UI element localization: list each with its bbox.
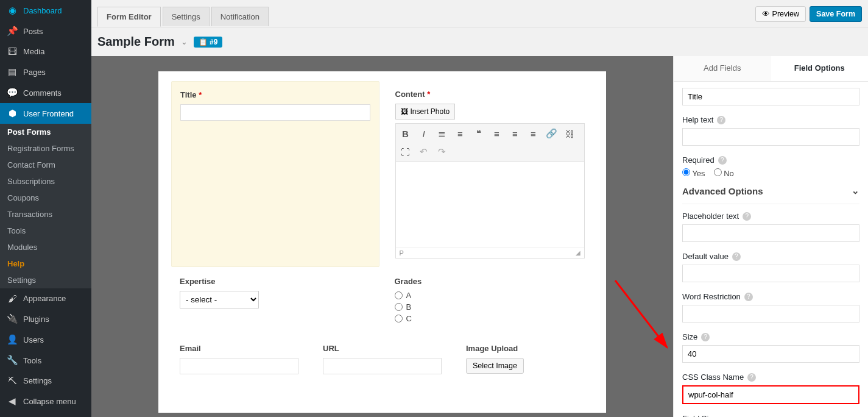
sidebar-item-media[interactable]: 🎞Media [0,41,91,62]
placeholder-label: Placeholder text? [682,212,859,221]
sidebar-item-user-frontend[interactable]: ⬢User Frontend [0,103,91,124]
submenu-transactions[interactable]: Transactions [0,206,91,223]
css-class-input[interactable] [682,385,859,404]
form-title-row: Sample Form ⌄ 📋 #9 [91,27,868,56]
help-text-input[interactable] [682,128,859,146]
form-id-badge: 📋 #9 [194,37,223,48]
chevron-down-icon: ⌄ [852,185,859,196]
help-icon: ? [732,252,741,261]
ol-icon[interactable]: ≡ [454,127,467,140]
tab-form-editor[interactable]: Form Editor [97,7,161,27]
size-input[interactable] [682,345,859,363]
align-left-icon[interactable]: ≡ [491,127,503,140]
submenu-contact-form[interactable]: Contact Form [0,157,91,173]
expertise-select[interactable]: - select - [180,291,259,308]
submenu-coupons[interactable]: Coupons [0,190,91,206]
help-icon: ? [744,293,753,301]
title-field-block[interactable]: Title * [171,81,379,267]
sidebar-item-pages[interactable]: ▤Pages [0,62,91,82]
submenu-modules[interactable]: Modules [0,239,91,255]
right-panel: Add Fields Field Options Help text? Requ… [673,56,868,417]
userfrontend-icon: ⬢ [6,108,18,119]
italic-icon[interactable]: I [418,127,430,140]
size-label: Size? [682,332,859,341]
sidebar-item-comments[interactable]: 💬Comments [0,82,91,103]
sidebar-item-tools[interactable]: 🔧Tools [0,350,91,371]
word-restriction-label: Word Restriction? [682,292,859,301]
quote-icon[interactable]: ❝ [473,127,485,140]
css-class-label: CSS Class Name? [682,372,859,382]
admin-sidebar: ◉Dashboard 📌Posts 🎞Media ▤Pages 💬Comment… [0,0,91,417]
field-label-input[interactable] [682,88,859,105]
sidebar-item-appearance[interactable]: 🖌Appearance [0,288,91,308]
image-upload-label: Image Upload [466,344,585,353]
url-field-block[interactable]: URL [323,344,442,374]
eye-icon: 👁 [762,10,770,18]
grade-b-radio[interactable] [395,303,403,311]
placeholder-input[interactable] [682,224,859,242]
sidebar-item-settings[interactable]: ⛏Settings [0,371,91,391]
undo-icon[interactable]: ↶ [418,146,430,158]
content-field-block[interactable]: Content * 🖼Insert Photo B I ≣ ≡ ❝ ≡ ≡ [395,90,585,258]
submenu-post-forms[interactable]: Post Forms [0,124,91,140]
help-icon: ? [747,373,756,382]
default-value-label: Default value? [682,252,859,261]
pin-icon: 📌 [6,26,18,37]
grades-field-block[interactable]: Grades A B C [395,277,585,326]
email-input[interactable] [180,358,298,374]
default-value-input[interactable] [682,265,859,282]
ul-icon[interactable]: ≣ [436,127,448,140]
panel-tab-add-fields[interactable]: Add Fields [674,56,771,81]
submenu-subscriptions[interactable]: Subscriptions [0,173,91,190]
select-image-button[interactable]: Select Image [466,358,524,374]
required-yes-radio[interactable] [682,168,690,176]
insert-photo-button[interactable]: 🖼Insert Photo [395,104,456,119]
top-tabs: Form Editor Settings Notification 👁Previ… [91,0,868,27]
photo-icon: 🖼 [401,107,408,116]
submenu-settings[interactable]: Settings [0,272,91,288]
sidebar-item-users[interactable]: 👤Users [0,329,91,350]
tab-notification[interactable]: Notification [211,7,269,26]
tab-settings[interactable]: Settings [163,7,210,26]
link-icon[interactable]: 🔗 [546,127,558,140]
image-upload-block[interactable]: Image Upload Select Image [466,344,585,374]
redo-icon[interactable]: ↷ [436,146,448,158]
sidebar-item-posts[interactable]: 📌Posts [0,21,91,41]
word-restriction-input[interactable] [682,305,859,323]
unlink-icon[interactable]: ⛓ [564,127,576,140]
panel-tab-field-options[interactable]: Field Options [771,56,869,81]
grade-c-radio[interactable] [395,315,403,323]
advanced-options-header[interactable]: Advanced Options⌄ [682,178,859,204]
email-field-block[interactable]: Email [180,344,298,374]
align-right-icon[interactable]: ≡ [528,127,540,140]
fullscreen-icon[interactable]: ⛶ [400,146,412,158]
sidebar-item-collapse[interactable]: ◀Collapse menu [0,391,91,412]
brush-icon: 🖌 [6,293,18,304]
chevron-down-icon[interactable]: ⌄ [181,37,188,46]
preview-button[interactable]: 👁Preview [755,6,806,22]
content-label: Content * [395,90,585,99]
required-label: Required? [682,155,859,165]
help-icon: ? [717,116,725,124]
resize-icon[interactable]: ◢ [576,249,580,257]
help-text-label: Help text? [682,115,859,124]
sidebar-item-plugins[interactable]: 🔌Plugins [0,308,91,329]
wrench-icon: 🔧 [6,355,18,366]
bold-icon[interactable]: B [400,127,412,140]
grades-label: Grades [395,277,585,286]
submenu-help[interactable]: Help [0,255,91,272]
expertise-field-block[interactable]: Expertise - select - [180,277,370,326]
pages-icon: ▤ [6,66,18,77]
submenu-registration-forms[interactable]: Registration Forms [0,140,91,157]
grade-a-radio[interactable] [395,291,403,299]
submenu-tools[interactable]: Tools [0,223,91,239]
editor-toolbar: B I ≣ ≡ ❝ ≡ ≡ ≡ 🔗 ⛓ ⛶ ↶ [396,124,585,162]
title-input[interactable] [180,104,370,121]
required-no-radio[interactable] [714,168,722,176]
content-editor[interactable] [396,162,585,248]
save-form-button[interactable]: Save Form [810,6,862,22]
dashboard-icon: ◉ [6,5,18,16]
align-center-icon[interactable]: ≡ [509,127,521,140]
sidebar-item-dashboard[interactable]: ◉Dashboard [0,0,91,21]
url-input[interactable] [323,358,442,374]
